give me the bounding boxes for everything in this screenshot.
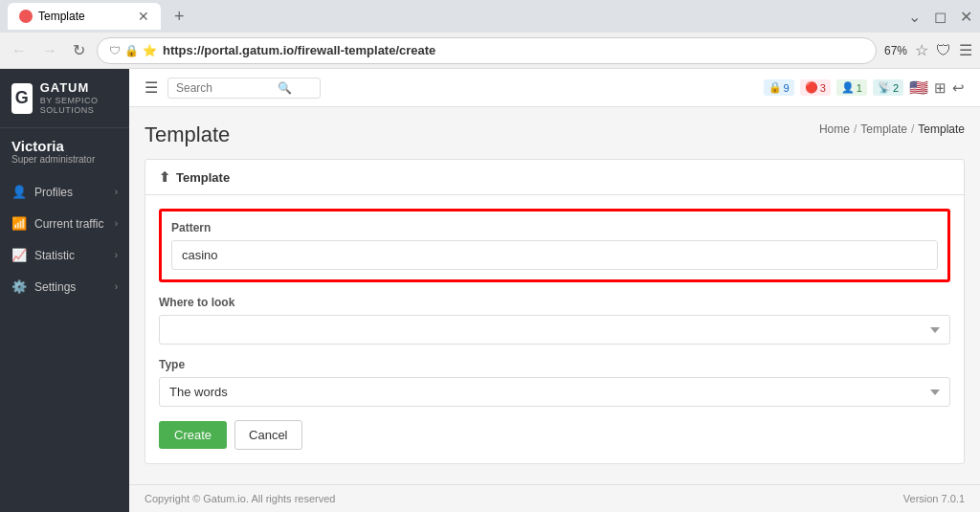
flag-icon[interactable]: 🇺🇸 <box>909 78 928 97</box>
cancel-button[interactable]: Cancel <box>234 420 301 450</box>
main-footer: Copyright © Gatum.io. All rights reserve… <box>129 484 980 512</box>
exit-icon[interactable]: ↩ <box>952 79 965 97</box>
type-label: Type <box>159 358 950 371</box>
back-button[interactable]: ← <box>8 42 31 59</box>
minimize-button[interactable]: ⌄ <box>908 8 921 26</box>
upload-icon: ⬆ <box>159 169 170 185</box>
brand-name: GATUM <box>40 80 118 96</box>
form-card-title: Template <box>176 170 230 185</box>
topbar-badge-user[interactable]: 👤 1 <box>836 79 867 96</box>
toolbar-right: 67% ☆ 🛡 ☰ <box>884 41 972 59</box>
page-area: Template Home / Template / Template ⬆ Te… <box>129 107 980 484</box>
breadcrumb-template[interactable]: Template <box>860 122 907 136</box>
profiles-arrow: › <box>115 187 118 197</box>
restore-button[interactable]: ◻ <box>934 8 947 26</box>
address-bar[interactable]: 🛡 🔒 ⭐ https://portal.gatum.io/firewall-t… <box>97 37 877 64</box>
breadcrumb-home[interactable]: Home <box>819 122 850 136</box>
traffic-arrow: › <box>115 218 118 229</box>
user-role: Super administrator <box>11 154 118 165</box>
pattern-label: Pattern <box>171 221 938 234</box>
address-text: https://portal.gatum.io/firewall-templat… <box>163 43 864 57</box>
topbar-badge-red[interactable]: 🔴 3 <box>800 79 831 96</box>
profiles-label: Profiles <box>34 186 73 199</box>
breadcrumb-current: Template <box>918 122 965 136</box>
bookmark-icon: ⭐ <box>143 44 157 57</box>
page-title: Template <box>145 122 230 147</box>
logo-icon: G <box>11 83 33 114</box>
sidebar-item-profiles[interactable]: 👤 Profiles › <box>0 176 129 208</box>
topbar-right: 🔒 9 🔴 3 👤 1 📡 2 🇺🇸 ⊞ ↩ <box>764 78 966 97</box>
search-box[interactable]: 🔍 <box>167 78 321 99</box>
browser-window: Template ✕ + ⌄ ◻ ✕ ← → ↻ 🛡 🔒 ⭐ https://p… <box>0 0 980 512</box>
settings-label: Settings <box>34 280 76 294</box>
where-select[interactable] <box>159 315 950 345</box>
tab-favicon <box>19 10 33 23</box>
statistic-arrow: › <box>115 250 118 260</box>
brand-sub: BY SEMPICO SOLUTIONS <box>40 96 118 117</box>
settings-icon: ⚙️ <box>11 279 27 294</box>
security-icons: 🛡 🔒 ⭐ <box>109 44 157 57</box>
browser-toolbar: ← → ↻ 🛡 🔒 ⭐ https://portal.gatum.io/fire… <box>0 33 980 69</box>
form-card-header: ⬆ Template <box>145 160 964 195</box>
tab-title: Template <box>38 10 85 23</box>
shield-icon: 🛡 <box>109 44 121 57</box>
tab-close-button[interactable]: ✕ <box>138 9 149 24</box>
sidebar-item-current-traffic[interactable]: 📶 Current traffic › <box>0 208 129 239</box>
pattern-field-group: Pattern <box>159 209 950 282</box>
lock-icon: 🔒 <box>124 44 139 57</box>
form-card: ⬆ Template Pattern Where to look <box>145 159 965 464</box>
extensions-icon[interactable]: 🛡 <box>936 42 951 59</box>
username: Victoria <box>11 138 118 154</box>
settings-arrow: › <box>115 281 118 292</box>
pattern-input[interactable] <box>171 240 938 270</box>
search-input[interactable] <box>176 81 272 95</box>
type-field-group: Type The words <box>159 358 950 407</box>
logo-text: GATUM BY SEMPICO SOLUTIONS <box>40 80 118 116</box>
forward-button[interactable]: → <box>38 42 61 59</box>
titlebar-controls: ⌄ ◻ ✕ <box>908 8 972 26</box>
browser-tab[interactable]: Template ✕ <box>8 3 161 30</box>
breadcrumb: Home / Template / Template <box>819 122 965 136</box>
refresh-button[interactable]: ↻ <box>69 41 89 59</box>
main-content: ☰ 🔍 🔒 9 🔴 3 👤 1 📡 2 🇺🇸 ⊞ ↩ <box>129 69 980 512</box>
app-layout: G GATUM BY SEMPICO SOLUTIONS Victoria Su… <box>0 69 980 512</box>
form-actions: Create Cancel <box>159 420 950 450</box>
new-tab-button[interactable]: + <box>168 7 190 27</box>
topbar-badge-lock[interactable]: 🔒 9 <box>764 79 794 96</box>
where-label: Where to look <box>159 296 950 309</box>
main-topbar: ☰ 🔍 🔒 9 🔴 3 👤 1 📡 2 🇺🇸 ⊞ ↩ <box>129 69 980 107</box>
copyright: Copyright © Gatum.io. All rights reserve… <box>145 493 335 504</box>
where-field-group: Where to look <box>159 296 950 345</box>
topbar-badge-signal[interactable]: 📡 2 <box>873 79 903 96</box>
statistic-label: Statistic <box>34 249 75 262</box>
page-header: Template Home / Template / Template <box>145 122 965 147</box>
type-select[interactable]: The words <box>159 377 950 407</box>
sidebar-nav: 👤 Profiles › 📶 Current traffic › 📈 St <box>0 170 129 512</box>
traffic-icon: 📶 <box>11 216 27 231</box>
close-button[interactable]: ✕ <box>960 8 972 26</box>
sidebar-logo: G GATUM BY SEMPICO SOLUTIONS <box>0 69 129 128</box>
sidebar: G GATUM BY SEMPICO SOLUTIONS Victoria Su… <box>0 69 129 512</box>
create-button[interactable]: Create <box>159 421 227 449</box>
browser-titlebar: Template ✕ + ⌄ ◻ ✕ <box>0 0 980 33</box>
hamburger-icon[interactable]: ☰ <box>145 78 158 97</box>
menu-icon[interactable]: ☰ <box>959 41 972 59</box>
sidebar-user: Victoria Super administrator <box>0 128 129 170</box>
sidebar-item-statistic[interactable]: 📈 Statistic › <box>0 239 129 271</box>
profiles-icon: 👤 <box>11 185 27 199</box>
sidebar-item-settings[interactable]: ⚙️ Settings › <box>0 271 129 302</box>
statistic-icon: 📈 <box>11 248 27 262</box>
star-icon[interactable]: ☆ <box>915 41 928 59</box>
form-body: Pattern Where to look Type <box>145 195 964 463</box>
search-icon: 🔍 <box>278 81 292 95</box>
traffic-label: Current traffic <box>34 217 103 231</box>
grid-icon[interactable]: ⊞ <box>934 79 947 97</box>
version: Version 7.0.1 <box>903 493 965 504</box>
zoom-level: 67% <box>884 44 907 57</box>
